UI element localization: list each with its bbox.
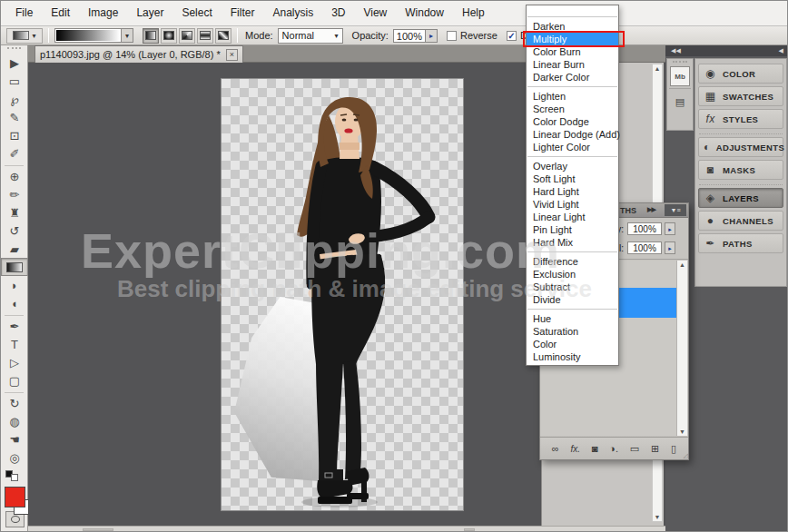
paths-tab-fragment[interactable]: THS bbox=[620, 206, 636, 215]
zoom-tool[interactable]: ◎ bbox=[1, 448, 28, 467]
scroll-down-icon[interactable]: ▼ bbox=[677, 429, 687, 435]
menu-item-darken[interactable]: Darken bbox=[527, 20, 618, 33]
menu-item-screen[interactable]: Screen bbox=[527, 103, 618, 115]
menu-item-subtract[interactable]: Subtract bbox=[527, 281, 618, 293]
paths-panel-button[interactable]: ✒ PATHS bbox=[698, 233, 783, 253]
panel-grip[interactable] bbox=[673, 61, 687, 64]
adjustment-layer-icon[interactable]: ◑. bbox=[609, 443, 618, 454]
fill-slider-arrow[interactable]: ▸ bbox=[665, 241, 675, 254]
menu-filter[interactable]: Filter bbox=[222, 1, 264, 25]
lasso-tool[interactable]: ℘ bbox=[1, 90, 28, 108]
layers-scrollbar[interactable]: ▲ ▼ bbox=[676, 261, 687, 436]
linear-gradient-button[interactable] bbox=[143, 28, 159, 44]
reverse-checkbox[interactable] bbox=[447, 31, 457, 41]
menu-image[interactable]: Image bbox=[79, 1, 127, 25]
foreground-color-swatch[interactable] bbox=[5, 487, 25, 507]
dither-checkbox[interactable]: ✓ bbox=[507, 31, 517, 41]
double-chevron-icon[interactable]: ▶▶ bbox=[647, 206, 655, 213]
menu-item-darker-color[interactable]: Darker Color bbox=[527, 71, 618, 84]
delete-layer-icon[interactable]: ▯ bbox=[671, 443, 676, 455]
layers-panel-button[interactable]: ◈ LAYERS bbox=[698, 188, 783, 208]
menu-item-exclusion[interactable]: Exclusion bbox=[527, 268, 618, 281]
menu-item-lighten[interactable]: Lighten bbox=[527, 90, 618, 103]
menu-window[interactable]: Window bbox=[396, 1, 453, 25]
opacity-slider-arrow[interactable]: ▸ bbox=[665, 222, 675, 235]
menu-item-color-dodge[interactable]: Color Dodge bbox=[527, 115, 618, 128]
menu-help[interactable]: Help bbox=[453, 1, 494, 25]
gradient-tool[interactable] bbox=[1, 258, 28, 276]
scrollbar-thumb[interactable] bbox=[83, 528, 113, 531]
opacity-field[interactable]: 100% bbox=[393, 29, 426, 43]
brush-tool[interactable]: ✏ bbox=[1, 185, 28, 203]
new-layer-icon[interactable]: ⊞ bbox=[651, 443, 659, 455]
link-layers-icon[interactable]: ∞ bbox=[552, 443, 559, 454]
history-panel-button[interactable]: ▤ bbox=[669, 91, 691, 113]
mode-select[interactable]: Normal ▾ bbox=[278, 28, 343, 44]
scroll-up-icon[interactable]: ▲ bbox=[677, 261, 687, 268]
marquee-tool[interactable]: ▭ bbox=[1, 72, 28, 90]
menu-item-hard-light[interactable]: Hard Light bbox=[527, 185, 618, 198]
path-selection-tool[interactable]: ▷ bbox=[1, 353, 28, 371]
mini-bridge-button[interactable]: Mb bbox=[670, 66, 690, 86]
healing-brush-tool[interactable]: ⊕ bbox=[1, 167, 28, 185]
history-brush-tool[interactable]: ↺ bbox=[1, 222, 28, 240]
menu-item-color[interactable]: Color bbox=[527, 338, 618, 350]
menu-item-soft-light[interactable]: Soft Light bbox=[527, 172, 618, 185]
radial-gradient-button[interactable] bbox=[161, 28, 177, 44]
color-panel-button[interactable]: ◉ COLOR bbox=[698, 64, 783, 84]
styles-panel-button[interactable]: fx STYLES bbox=[698, 109, 783, 129]
menu-item-luminosity[interactable]: Luminosity bbox=[527, 350, 618, 363]
menu-item-lighter-color[interactable]: Lighter Color bbox=[527, 141, 618, 153]
menu-item-pin-light[interactable]: Pin Light bbox=[527, 223, 618, 236]
menu-item-difference[interactable]: Difference bbox=[527, 255, 618, 268]
menu-edit[interactable]: Edit bbox=[42, 1, 79, 25]
status-bar[interactable] bbox=[28, 526, 668, 532]
dodge-tool[interactable]: ◖ bbox=[1, 294, 28, 312]
menu-layer[interactable]: Layer bbox=[127, 1, 172, 25]
scroll-up-icon[interactable]: ▲ bbox=[653, 65, 662, 72]
crop-tool[interactable]: ⊡ bbox=[1, 126, 28, 144]
menu-file[interactable]: File bbox=[6, 1, 42, 25]
menu-item-multiply[interactable]: Multiply bbox=[527, 33, 618, 45]
menu-3d[interactable]: 3D bbox=[322, 1, 354, 25]
menu-item-saturation[interactable]: Saturation bbox=[527, 325, 618, 338]
dock-collapse-bar[interactable]: ◀◀ ◀ bbox=[665, 44, 788, 56]
collapse-panels-icon[interactable]: ◀◀ bbox=[671, 47, 681, 54]
3d-orbit-tool[interactable]: ◍ bbox=[1, 412, 28, 430]
reflected-gradient-button[interactable] bbox=[197, 28, 213, 44]
gradient-picker-arrow[interactable]: ▾ bbox=[122, 28, 133, 43]
eraser-tool[interactable]: ▰ bbox=[1, 240, 28, 258]
menu-item-linear-dodge[interactable]: Linear Dodge (Add) bbox=[527, 128, 618, 141]
default-colors-icon[interactable] bbox=[5, 470, 24, 481]
layer-mask-icon[interactable]: ◙ bbox=[592, 443, 598, 454]
layer-group-icon[interactable]: ▭ bbox=[630, 443, 639, 455]
channels-panel-button[interactable]: ● CHANNELS bbox=[698, 211, 783, 231]
layer-style-icon[interactable]: fx. bbox=[570, 444, 580, 454]
clone-stamp-tool[interactable]: ♜ bbox=[1, 203, 28, 222]
gradient-preview[interactable] bbox=[54, 28, 122, 43]
pen-tool[interactable]: ✒ bbox=[1, 317, 28, 335]
menu-view[interactable]: View bbox=[354, 1, 396, 25]
panel-menu-icon[interactable]: ▼≡ bbox=[665, 204, 686, 216]
hand-tool[interactable]: ☚ bbox=[1, 430, 28, 448]
menu-item-divide[interactable]: Divide bbox=[527, 293, 618, 306]
menu-item-vivid-light[interactable]: Vivid Light bbox=[527, 198, 618, 211]
3d-rotate-tool[interactable]: ↻ bbox=[1, 394, 28, 412]
menu-item-hue[interactable]: Hue bbox=[527, 312, 618, 325]
close-icon[interactable]: × bbox=[226, 49, 238, 61]
collapse-single-icon[interactable]: ◀ bbox=[779, 47, 783, 54]
adjustments-panel-button[interactable]: ◐ ADJUSTMENTS bbox=[698, 137, 783, 157]
layer-fill-field[interactable]: 100% bbox=[627, 241, 662, 254]
panel-grip[interactable] bbox=[7, 47, 21, 52]
type-tool[interactable]: T bbox=[1, 335, 28, 353]
eyedropper-tool[interactable]: ✐ bbox=[1, 144, 28, 163]
menu-item-color-burn[interactable]: Color Burn bbox=[527, 45, 618, 58]
canvas[interactable] bbox=[221, 78, 464, 511]
menu-item-hard-mix[interactable]: Hard Mix bbox=[527, 236, 618, 249]
menu-select[interactable]: Select bbox=[172, 1, 221, 25]
menu-item-linear-light[interactable]: Linear Light bbox=[527, 211, 618, 223]
quick-selection-tool[interactable]: ✎ bbox=[1, 108, 28, 126]
blur-tool[interactable]: ◗ bbox=[1, 276, 28, 294]
gradient-tool-preset-button[interactable]: ▾ bbox=[6, 28, 43, 44]
menu-analysis[interactable]: Analysis bbox=[263, 1, 322, 25]
